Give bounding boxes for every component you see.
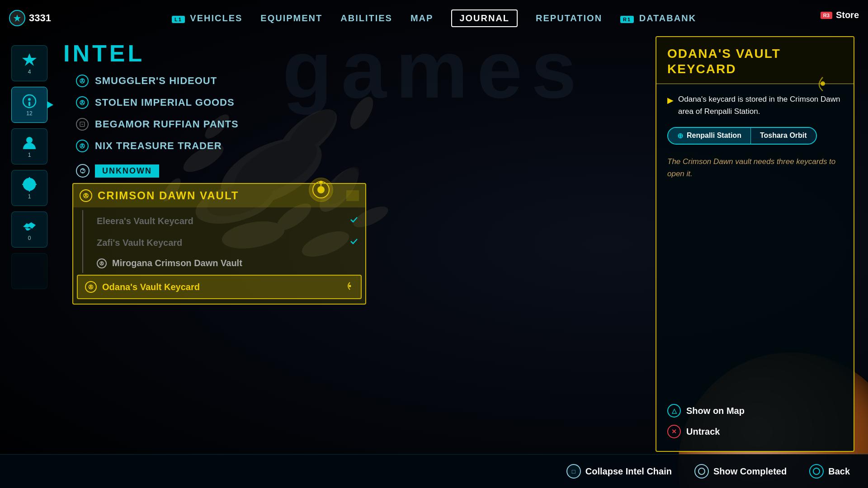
category-icon-unknown	[76, 164, 90, 178]
intel-label-stolen-imperial-goods: STOLEN IMPERIAL GOODS	[95, 97, 235, 108]
svg-point-36	[82, 101, 83, 103]
check-icon-zafis	[349, 236, 359, 249]
svg-rect-25	[28, 102, 30, 106]
nav-items-container: L1 VEHICLES EQUIPMENT ABILITIES MAP JOUR…	[172, 9, 696, 27]
sidebar-icon-objectives[interactable]: 4	[11, 45, 47, 81]
intel-item-begamor-ruffian-pants[interactable]: BEGAMOR RUFFIAN PANTS	[72, 113, 366, 135]
intel-icon-begamor	[76, 118, 89, 131]
nav-item-map[interactable]: MAP	[410, 13, 433, 23]
svg-point-34	[82, 80, 83, 81]
sub-icon-mirogana	[97, 258, 107, 268]
bottom-label-collapse-intel-chain: Collapse Intel Chain	[585, 466, 672, 477]
sub-item-zafis-vault-keycard[interactable]: Zafi's Vault Keycard	[82, 232, 365, 253]
nav-label-databank: DATABANK	[639, 13, 696, 23]
nav-badge-l1: L1	[172, 16, 185, 23]
svg-point-24	[28, 98, 31, 101]
mission-sub-items: Eleera's Vault Keycard Zafi's Vault Keyc…	[73, 207, 365, 304]
sidebar-count-person: 1	[28, 152, 31, 158]
nav-label-map: MAP	[410, 13, 433, 23]
intel-icon-smugglers	[76, 75, 89, 87]
svg-point-40	[82, 145, 83, 146]
top-navigation: L1 VEHICLES EQUIPMENT ABILITIES MAP JOUR…	[0, 0, 868, 36]
intel-item-nix-treasure-trader[interactable]: NIX TREASURE TRADER	[72, 135, 366, 157]
sidebar-count-objectives: 4	[28, 69, 31, 75]
nav-item-vehicles[interactable]: L1 VEHICLES	[172, 13, 242, 23]
sub-item-odanas-vault-keycard-active[interactable]: Odana's Vault Keycard	[77, 275, 362, 299]
bottom-action-back[interactable]: Back	[809, 464, 850, 479]
nav-badge-r1: R1	[620, 16, 634, 23]
location-tag-toshara-orbit[interactable]: Toshara Orbit	[751, 128, 816, 144]
bottom-label-back: Back	[828, 466, 850, 477]
flavor-text: The Crimson Dawn vault needs three keyca…	[667, 155, 843, 180]
svg-point-28	[26, 181, 33, 188]
sidebar-count-intel: 12	[26, 110, 32, 117]
location-tags-container: ⊕ Renpalli Station Toshara Orbit	[667, 127, 817, 145]
bottom-icon-circle-back	[809, 464, 824, 479]
detail-actions: △ Show on Map ✕ Untrack	[667, 400, 843, 442]
nav-item-abilities[interactable]: ABILITIES	[340, 13, 392, 23]
mission-icon-crimson	[80, 189, 92, 202]
intel-label-begamor-ruffian-pants: BEGAMOR RUFFIAN PANTS	[95, 118, 239, 130]
sidebar-icon-target[interactable]: 1	[11, 170, 47, 206]
nav-item-journal[interactable]: JOURNAL	[451, 9, 518, 27]
nav-item-reputation[interactable]: REPUTATION	[536, 13, 602, 23]
nav-label-reputation: REPUTATION	[536, 13, 602, 23]
sidebar-icon-handshake[interactable]: 0	[11, 211, 47, 248]
svg-point-42	[82, 172, 83, 173]
loc-icon-renpalli: ⊕	[677, 131, 683, 140]
bottom-action-show-completed[interactable]: Show Completed	[694, 464, 787, 479]
detail-description-text: Odana's keycard is stored in the Crimson…	[678, 93, 843, 117]
bottom-bar: □ Collapse Intel Chain Show Completed Ba…	[0, 454, 868, 488]
svg-point-26	[26, 137, 33, 143]
bullet-arrow-icon: ▶	[667, 94, 674, 107]
action-label-untrack: Untrack	[686, 427, 720, 437]
mission-label-crimson-dawn-vault: CRIMSON DAWN VAULT	[98, 189, 239, 202]
detail-body: ▶ Odana's keycard is stored in the Crims…	[656, 84, 854, 189]
action-untrack[interactable]: ✕ Untrack	[667, 421, 843, 442]
check-icon-eleeras	[349, 215, 359, 227]
action-icon-cross: ✕	[667, 425, 681, 438]
action-show-on-map[interactable]: △ Show on Map	[667, 400, 843, 421]
detail-description-container: ▶ Odana's keycard is stored in the Crims…	[667, 93, 843, 117]
svg-point-52	[821, 81, 825, 86]
track-pin-detail	[815, 75, 831, 92]
sub-icon-odanas-active	[85, 281, 97, 293]
sidebar-icon-extra	[11, 253, 47, 289]
mission-track-icon	[346, 190, 359, 201]
sub-item-label-odanas-active: Odana's Vault Keycard	[102, 282, 200, 292]
section-title: INTEL	[63, 40, 145, 67]
sub-item-eleeras-vault-keycard[interactable]: Eleera's Vault Keycard	[82, 210, 365, 232]
sidebar-count-target: 1	[28, 193, 31, 200]
sub-item-label-eleeras: Eleera's Vault Keycard	[97, 216, 193, 226]
left-sidebar: 4 12 1 1 0	[0, 36, 59, 461]
track-pin-small	[345, 282, 354, 293]
sub-item-mirogana-crimson-dawn-vault[interactable]: Mirogana Crimson Dawn Vault	[82, 253, 365, 273]
detail-panel: ODANA'S VAULT KEYCARD ▶ Odana's keycard …	[656, 36, 854, 452]
intel-list: SMUGGLER'S HIDEOUT STOLEN IMPERIAL GOODS…	[72, 70, 366, 452]
nav-item-equipment[interactable]: EQUIPMENT	[260, 13, 322, 23]
bottom-icon-circle-show-completed	[694, 464, 709, 479]
sub-item-label-mirogana: Mirogana Crimson Dawn Vault	[112, 258, 242, 268]
svg-point-53	[698, 468, 705, 474]
intel-item-stolen-imperial-goods[interactable]: STOLEN IMPERIAL GOODS	[72, 92, 366, 113]
nav-label-journal: JOURNAL	[459, 13, 509, 23]
svg-point-51	[349, 285, 351, 287]
category-label-unknown: UNKNOWN	[95, 164, 159, 178]
action-icon-triangle: △	[667, 404, 681, 418]
detail-header: ODANA'S VAULT KEYCARD	[656, 37, 854, 84]
action-label-show-on-map: Show on Map	[686, 406, 745, 416]
intel-icon-nix	[76, 140, 89, 152]
intel-item-smugglers-hideout[interactable]: SMUGGLER'S HIDEOUT	[72, 70, 366, 92]
sub-item-label-zafis: Zafi's Vault Keycard	[97, 238, 182, 248]
section-title-area: INTEL	[63, 40, 145, 67]
bottom-label-show-completed: Show Completed	[713, 466, 787, 477]
svg-point-44	[85, 194, 87, 196]
sidebar-icon-intel[interactable]: 12	[11, 87, 47, 123]
intel-label-smugglers-hideout: SMUGGLER'S HIDEOUT	[95, 75, 217, 87]
nav-item-databank[interactable]: R1 DATABANK	[620, 13, 696, 23]
mission-header-crimson-dawn-vault[interactable]: CRIMSON DAWN VAULT	[73, 184, 365, 207]
nav-label-abilities: ABILITIES	[340, 13, 392, 23]
location-tag-renpalli-station[interactable]: ⊕ Renpalli Station	[668, 128, 750, 144]
bottom-action-collapse-intel-chain[interactable]: □ Collapse Intel Chain	[566, 464, 672, 479]
sidebar-icon-person[interactable]: 1	[11, 128, 47, 164]
